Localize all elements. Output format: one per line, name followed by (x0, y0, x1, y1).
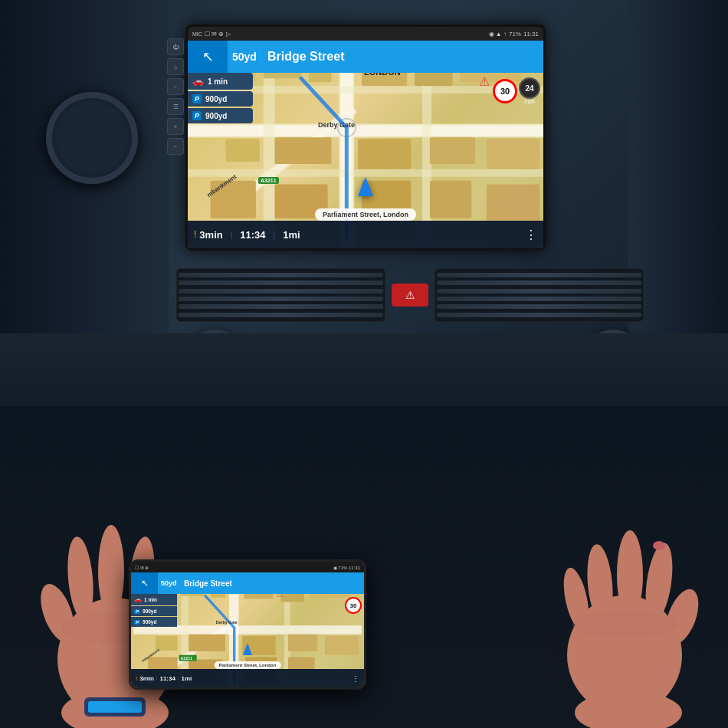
sep2: | (274, 231, 276, 239)
vent-right (435, 268, 644, 322)
phone-turn-arrow-icon: ↖ (141, 578, 149, 589)
phone-panel-p2: P 900yd (131, 617, 177, 627)
instruction-distance: 50yd (232, 51, 264, 63)
vent-left (176, 268, 385, 322)
ctrl-btn-vol-dn[interactable]: − (167, 138, 184, 155)
nav-menu-button[interactable]: ⋮ (525, 228, 537, 242)
vent-slat (437, 297, 641, 301)
head-unit[interactable]: MIC ☐ ✉ ⊕ ▷ ◉ ▲ ↑ 71% 11:31 (185, 25, 546, 251)
svg-rect-20 (487, 139, 539, 169)
vent-slat (179, 297, 383, 301)
eta-time: 3min (199, 229, 222, 241)
svg-point-44 (653, 541, 665, 550)
ctrl-btn-menu[interactable]: ☰ (167, 98, 184, 115)
svg-rect-24 (430, 181, 471, 218)
svg-rect-17 (275, 137, 332, 164)
phone-nav-sidebar: 🚗 1 min P 900yd P 900yd (131, 594, 177, 627)
phone-p1-val: 900yd (143, 608, 156, 614)
status-icons: ☐ ✉ ⊕ ▷ (205, 31, 231, 38)
ctrl-btn-home[interactable]: ⌂ (167, 58, 184, 75)
phone-instruction-bar: ↖ 50yd Bridge Street (131, 572, 364, 594)
phone-screen[interactable]: ☐ ✉ ⊕ ◉ 71% 11:31 (129, 559, 366, 690)
eta-icon: ! (194, 229, 196, 240)
status-signal: ◉ ▲ ↑ (489, 31, 507, 38)
sep1: | (231, 231, 233, 239)
instruction-bar: ↖ 50yd Bridge Street (188, 41, 543, 73)
phone-distance: 1mi (182, 675, 353, 682)
phone-panel-time: 🚗 1 min (131, 594, 177, 605)
phone-status-right: ◉ 71% 11:31 (333, 565, 360, 570)
vent-slat (179, 304, 383, 309)
hazard-button[interactable]: ⚠ (392, 284, 428, 307)
phone-p-icon-1: P (134, 609, 140, 614)
phone-bottom-bar: ! 3min | 11:34 | 1mi ⋮ (131, 669, 364, 687)
vent-slat (437, 304, 641, 309)
phone-current-street: Parliament Street, London (215, 661, 281, 669)
phone-sep1: | (156, 676, 158, 680)
map-road-sign: A3211 (258, 177, 279, 184)
phone-nav-app[interactable]: LONDON Derby Gate mbankment A3211 ⚠ ↖ 50… (131, 572, 364, 687)
phone-nav-arrow (243, 643, 252, 655)
phone-time-val: 1 min (144, 597, 157, 602)
phone-car-icon: 🚗 (134, 596, 142, 603)
current-street-bar: Parliament Street, London (315, 208, 416, 221)
svg-rect-58 (189, 635, 225, 651)
svg-rect-61 (325, 636, 359, 655)
phone-turn-arrow-box: ↖ (131, 572, 158, 594)
vent-slat (437, 289, 641, 293)
phone-p-icon-2: P (134, 620, 140, 625)
nav-panel-parking1[interactable]: P 900yd (188, 91, 253, 107)
phone-panel-p1: P 900yd (131, 606, 177, 616)
svg-rect-19 (430, 137, 475, 164)
svg-rect-9 (188, 169, 543, 177)
status-battery: 71% (509, 31, 521, 38)
svg-text:Derby Gate: Derby Gate (216, 620, 238, 625)
phone-speed-limit-circle: 30 (345, 597, 362, 614)
svg-point-41 (617, 530, 643, 619)
instruction-street: Bridge Street (267, 50, 543, 64)
status-left-icons: MIC ☐ ✉ ⊕ ▷ (192, 31, 231, 38)
nav-app[interactable]: LONDON Derby Gate mbankment A3211 ↖ 50yd… (188, 41, 543, 248)
phone-sep2: | (178, 676, 179, 680)
ctrl-btn-vol-up[interactable]: + (167, 118, 184, 135)
distance-remaining: 1mi (283, 229, 300, 241)
nav-sidebar: 🚗 1 min P 900yd P 900yd (188, 73, 253, 123)
phone-speed-display: 30 (345, 597, 362, 614)
nav-panel-parking2-val: 900yd (205, 112, 227, 120)
svg-rect-57 (156, 636, 178, 651)
right-hand (506, 483, 705, 728)
ctrl-btn-back[interactable]: ← (167, 78, 184, 95)
bottom-info: ! 3min | 11:34 | 1mi (194, 229, 525, 241)
turn-arrow-box: ↖ (188, 41, 228, 73)
svg-rect-1 (188, 126, 543, 136)
svg-rect-16 (225, 139, 259, 162)
svg-rect-60 (288, 635, 317, 651)
phone-instruction-distance: 50yd (161, 579, 182, 587)
current-speed-display: 24 (519, 77, 540, 99)
phone-arrival-time: 11:34 (159, 675, 175, 682)
hands-area: ☐ ✉ ⊕ ◉ 71% 11:31 (0, 406, 728, 728)
ctrl-btn-power[interactable]: ⏻ (167, 38, 184, 55)
head-unit-status-bar: MIC ☐ ✉ ⊕ ▷ ◉ ▲ ↑ 71% 11:31 (188, 27, 543, 41)
vent-slat (179, 289, 383, 293)
nav-direction-arrow (358, 177, 373, 196)
svg-rect-18 (358, 139, 411, 169)
nav-panel-time[interactable]: 🚗 1 min (188, 73, 253, 90)
control-buttons: ⏻ ⌂ ← ☰ + − (167, 38, 184, 155)
phone-status-left: ☐ ✉ ⊕ (135, 565, 149, 570)
vent-slat (179, 280, 383, 285)
svg-text:A3211: A3211 (181, 656, 193, 661)
parking-icon-1: P (192, 94, 202, 103)
speed-limit-display: 30 24 mph (493, 77, 540, 105)
phone-eta-time: 3min (139, 675, 154, 682)
nav-panel-time-val: 1 min (208, 77, 228, 86)
status-right-icons: ◉ ▲ ↑ 71% 11:31 (489, 31, 539, 38)
speed-unit-label: mph (519, 99, 540, 105)
phone-p2-val: 900yd (143, 619, 156, 625)
svg-rect-35 (88, 701, 142, 713)
phone-menu-button[interactable]: ⋮ (352, 674, 359, 683)
arrival-time: 11:34 (240, 229, 265, 241)
map-label-derby-gate: Derby Gate (318, 121, 355, 129)
nav-panel-parking2[interactable]: P 900yd (188, 108, 253, 123)
vent-slat (179, 313, 383, 317)
